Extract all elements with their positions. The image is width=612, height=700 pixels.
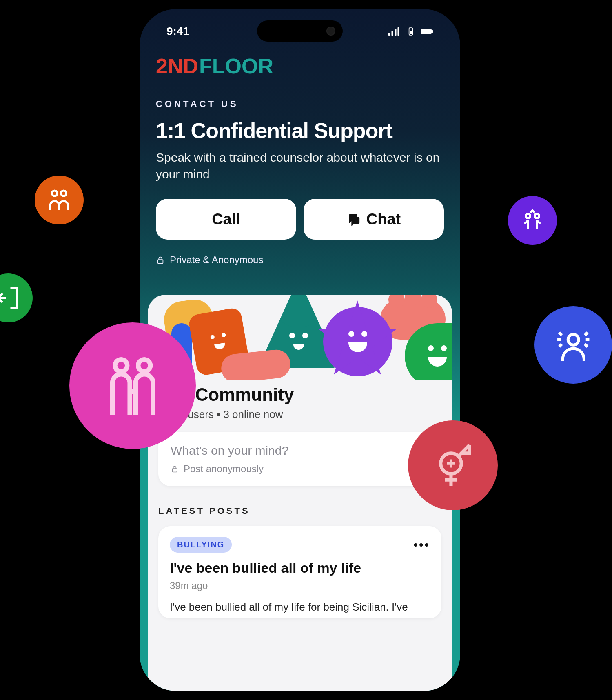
float-highfive-icon (508, 196, 557, 245)
svg-point-2 (526, 214, 530, 218)
float-family-icon (35, 176, 84, 224)
svg-rect-14 (421, 29, 432, 34)
logo-part1: 2ND (156, 54, 198, 78)
post-tag: BULLYING (170, 537, 232, 553)
community-panel: Our Community 2,876 users • 3 online now… (148, 295, 452, 691)
latest-posts-label: LATEST POSTS (158, 506, 441, 516)
compose-sublabel: Post anonymously (171, 463, 429, 475)
contact-eyebrow: CONTACT US (156, 99, 444, 109)
svg-rect-9 (392, 31, 394, 36)
float-friends-icon (69, 322, 196, 449)
float-person-icon (534, 306, 612, 384)
lock-icon (156, 255, 165, 265)
private-label: Private & Anonymous (156, 254, 444, 266)
chat-button[interactable]: Chat (304, 199, 444, 240)
svg-point-0 (52, 191, 57, 196)
battery-icon (421, 27, 433, 36)
status-time: 9:41 (166, 25, 189, 38)
contact-subtitle: Speak with a trained counselor about wha… (156, 149, 444, 182)
signal-icon (388, 27, 401, 36)
post-body: I've been bullied all of my life for bei… (170, 600, 430, 614)
community-title: Our Community (158, 384, 441, 405)
svg-point-3 (535, 214, 539, 218)
svg-rect-13 (410, 31, 412, 34)
float-exit-icon (0, 273, 33, 322)
phone-notch (257, 20, 343, 42)
contact-title: 1:1 Confidential Support (156, 118, 444, 143)
lock-icon (171, 464, 179, 474)
post-time: 39m ago (170, 580, 430, 591)
mascot-strip (148, 295, 452, 380)
app-logo: 2NDFLOOR (156, 54, 444, 78)
post-menu-icon[interactable]: ••• (413, 538, 430, 552)
compose-placeholder: What's on your mind? (171, 444, 429, 458)
svg-point-1 (61, 191, 66, 196)
chat-icon (347, 212, 361, 226)
wifi-icon (405, 27, 417, 36)
chat-button-label: Chat (366, 211, 401, 228)
post-title: I've been bullied all of my life (170, 560, 430, 576)
svg-rect-11 (398, 27, 400, 36)
svg-point-5 (115, 359, 127, 371)
status-icons (388, 27, 433, 36)
svg-point-6 (138, 359, 150, 371)
logo-part2: FLOOR (199, 54, 273, 78)
svg-rect-10 (395, 29, 397, 36)
compose-box[interactable]: What's on your mind? Post anonymously (158, 432, 441, 486)
call-button-label: Call (212, 211, 240, 228)
phone-screen: 9:41 2NDFLOOR CONTACT US 1:1 Confidentia… (140, 9, 460, 691)
svg-rect-17 (172, 469, 177, 472)
svg-rect-15 (432, 30, 433, 33)
call-button[interactable]: Call (156, 199, 296, 240)
community-stats: 2,876 users • 3 online now (158, 408, 441, 421)
svg-rect-16 (158, 260, 163, 263)
svg-point-4 (568, 334, 579, 345)
svg-rect-8 (388, 33, 390, 36)
float-gender-icon (408, 420, 498, 510)
post-card[interactable]: BULLYING ••• I've been bullied all of my… (158, 526, 441, 618)
